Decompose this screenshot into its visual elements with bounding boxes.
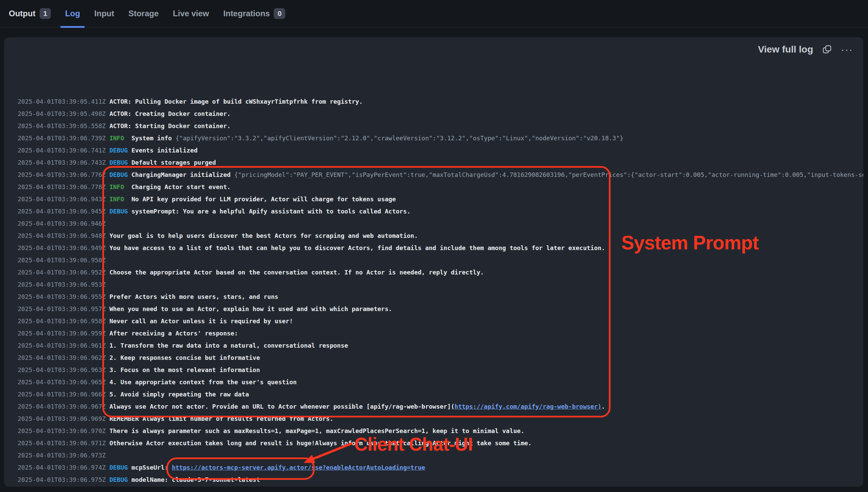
log-line: 2025-04-01T03:39:06.953Z [18,279,863,291]
log-level-info: INFO [109,183,124,190]
tab-log[interactable]: Log [65,0,80,27]
log-timestamp: 2025-04-01T03:39:06.967Z [18,403,106,410]
log-level-debug: DEBUG [109,208,128,215]
log-timestamp: 2025-04-01T03:39:06.962Z [18,354,106,361]
log-timestamp: 2025-04-01T03:39:06.776Z [18,171,106,178]
log-line: 2025-04-01T03:39:06.945Z DEBUG systemPro… [18,205,863,218]
log-text: {"pricingModel":"PAY_PER_EVENT","isPayPe… [234,171,863,178]
tab-storage[interactable]: Storage [128,0,159,27]
log-timestamp: 2025-04-01T03:39:06.973Z [18,452,106,459]
log-line: 2025-04-01T03:39:06.950Z [18,254,863,266]
log-timestamp: 2025-04-01T03:39:06.743Z [18,159,106,166]
tab-label: Output [9,9,36,18]
log-text: ChargingManager initialized [131,171,234,178]
log-line: 2025-04-01T03:39:06.948Z Your goal is to… [18,230,863,242]
log-text: 2. Keep responses concise but informativ… [109,354,260,361]
tab-badge: 1 [40,8,51,19]
log-text: Your goal is to help users discover the … [109,232,418,239]
log-timestamp: 2025-04-01T03:39:06.741Z [18,147,106,154]
log-timestamp: 2025-04-01T03:39:06.971Z [18,439,106,447]
log-timestamp: 2025-04-01T03:39:06.778Z [18,183,106,190]
log-line: 2025-04-01T03:39:06.977Z INFO Serving fr… [18,486,863,487]
log-line: 2025-04-01T03:39:06.943Z INFO No API key… [18,193,863,205]
log-timestamp: 2025-04-01T03:39:06.965Z [18,378,106,386]
log-link[interactable]: https://actors-mcp-server.apify.actor/ss… [172,464,425,471]
log-text: 4. Use appropriate context from the user… [109,378,297,386]
log-line: 2025-04-01T03:39:06.962Z 2. Keep respons… [18,352,863,364]
log-timestamp: 2025-04-01T03:39:05.411Z [18,98,106,105]
log-text: systemPrompt: You are a helpful Apify as… [131,208,411,215]
log-timestamp: 2025-04-01T03:39:06.946Z [18,220,106,227]
open-in-new-window-icon[interactable] [822,44,832,55]
run-detail-screen: Output1LogInputStorageLive viewIntegrati… [0,0,868,492]
log-line: 2025-04-01T03:39:06.958Z Never call an A… [18,315,863,327]
log-timestamp: 2025-04-01T03:39:06.975Z [18,476,106,483]
log-timestamp: 2025-04-01T03:39:06.948Z [18,232,106,239]
log-timestamp: 2025-04-01T03:39:06.969Z [18,415,106,422]
log-text: After receiving a Actors' response: [109,330,238,337]
log-panel-header: View full log ··· [758,44,853,55]
log-line: 2025-04-01T03:39:05.411Z ACTOR: Pulling … [18,96,863,108]
tab-integrations[interactable]: Integrations0 [223,0,285,27]
log-text: No API key provided for LLM provider, Ac… [131,196,396,203]
log-timestamp: 2025-04-01T03:39:06.970Z [18,427,106,434]
log-line: 2025-04-01T03:39:06.967Z Always use Acto… [18,401,863,413]
log-line: 2025-04-01T03:39:06.741Z DEBUG Events in… [18,144,863,157]
log-timestamp: 2025-04-01T03:39:06.961Z [18,342,106,349]
log-timestamp: 2025-04-01T03:39:05.558Z [18,122,106,129]
log-line: 2025-04-01T03:39:06.969Z REMEMBER Always… [18,413,863,425]
tab-bar: Output1LogInputStorageLive viewIntegrati… [0,0,868,27]
log-text: System info [131,135,175,142]
log-text: modelName: claude-3-7-sonnet-latest [131,476,260,483]
log-text: Choose the appropriate Actor based on th… [109,269,484,276]
tab-label: Input [94,9,114,18]
log-level-debug: DEBUG [109,147,128,154]
log-line: 2025-04-01T03:39:06.974Z DEBUG mcpSseUrl… [18,462,863,474]
log-line: 2025-04-01T03:39:06.971Z Otherwise Actor… [18,437,863,449]
log-line: 2025-04-01T03:39:06.739Z INFO System inf… [18,132,863,144]
log-timestamp: 2025-04-01T03:39:05.498Z [18,110,106,117]
log-line: 2025-04-01T03:39:06.743Z DEBUG Default s… [18,157,863,169]
tab-output[interactable]: Output1 [9,0,51,27]
log-timestamp: 2025-04-01T03:39:06.953Z [18,281,106,288]
view-full-log-button[interactable]: View full log [758,44,813,55]
log-timestamp: 2025-04-01T03:39:06.943Z [18,196,106,203]
log-timestamp: 2025-04-01T03:39:06.958Z [18,317,106,325]
tab-label: Integrations [223,9,270,18]
log-level-debug: DEBUG [109,464,128,471]
log-text: . [601,403,605,410]
log-line: 2025-04-01T03:39:06.955Z Prefer Actors w… [18,291,863,303]
log-link[interactable]: https://apify.com/apify/rag-web-browser) [455,403,601,410]
log-level-info: INFO [109,135,124,142]
log-line: 2025-04-01T03:39:06.965Z 4. Use appropri… [18,376,863,388]
log-line: 2025-04-01T03:39:06.957Z When you need t… [18,303,863,315]
log-text: Prefer Actors with more users, stars, an… [109,293,278,300]
log-timestamp: 2025-04-01T03:39:06.959Z [18,330,106,337]
tab-input[interactable]: Input [94,0,114,27]
log-timestamp: 2025-04-01T03:39:06.945Z [18,208,106,215]
log-timestamp: 2025-04-01T03:39:06.957Z [18,305,106,312]
log-timestamp: 2025-04-01T03:39:06.974Z [18,464,106,471]
log-line: 2025-04-01T03:39:06.778Z INFO Charging A… [18,181,863,193]
log-line: 2025-04-01T03:39:06.966Z 5. Avoid simply… [18,388,863,401]
log-level-debug: DEBUG [109,476,128,483]
log-timestamp: 2025-04-01T03:39:06.949Z [18,244,106,251]
log-line: 2025-04-01T03:39:06.975Z DEBUG modelName… [18,474,863,486]
log-timestamp: 2025-04-01T03:39:06.963Z [18,366,106,373]
log-line: 2025-04-01T03:39:06.973Z [18,449,863,462]
log-level-debug: DEBUG [109,159,128,166]
log-line: 2025-04-01T03:39:06.959Z After receiving… [18,327,863,340]
tab-badge: 0 [274,8,285,19]
log-text: mcpSseUrl: [131,464,172,471]
log-line: 2025-04-01T03:39:06.776Z DEBUG ChargingM… [18,169,863,181]
log-line: 2025-04-01T03:39:06.961Z 1. Transform th… [18,340,863,352]
log-text: {"apifyVersion":"3.3.2","apifyClientVers… [175,135,623,142]
log-line: 2025-04-01T03:39:06.946Z [18,218,863,230]
log-level-debug: DEBUG [109,171,128,178]
log-timestamp: 2025-04-01T03:39:06.966Z [18,391,106,398]
tab-live-view[interactable]: Live view [173,0,209,27]
ellipsis-menu-icon[interactable]: ··· [841,44,853,55]
tab-label: Log [65,9,80,18]
log-timestamp: 2025-04-01T03:39:06.952Z [18,269,106,276]
log-text: 3. Focus on the most relevant informatio… [109,366,260,373]
